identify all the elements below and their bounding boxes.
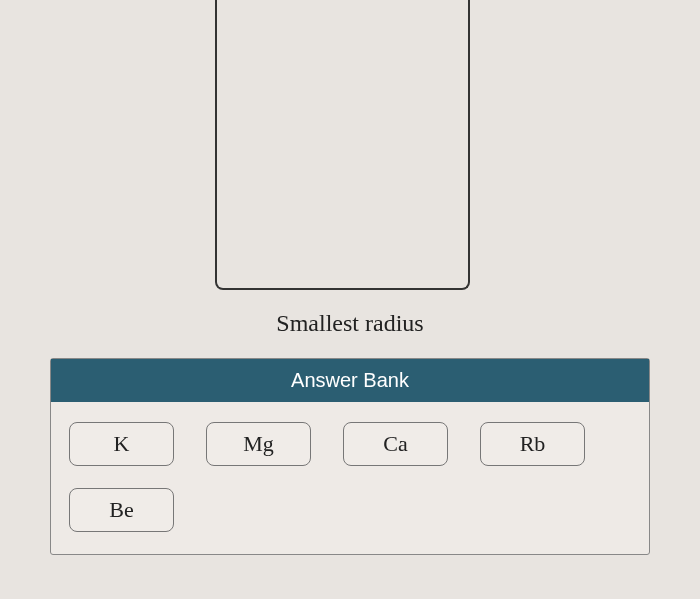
answer-chip-be[interactable]: Be xyxy=(69,488,174,532)
answer-chip-mg[interactable]: Mg xyxy=(206,422,311,466)
answer-chip-ca[interactable]: Ca xyxy=(343,422,448,466)
answer-bank-title: Answer Bank xyxy=(51,359,649,402)
answer-chip-k[interactable]: K xyxy=(69,422,174,466)
drop-target-smallest-radius[interactable] xyxy=(215,0,470,290)
drop-zone-label: Smallest radius xyxy=(0,310,700,337)
answer-chip-rb[interactable]: Rb xyxy=(480,422,585,466)
answer-bank-body: K Mg Ca Rb Be xyxy=(51,402,649,554)
answer-bank: Answer Bank K Mg Ca Rb Be xyxy=(50,358,650,555)
